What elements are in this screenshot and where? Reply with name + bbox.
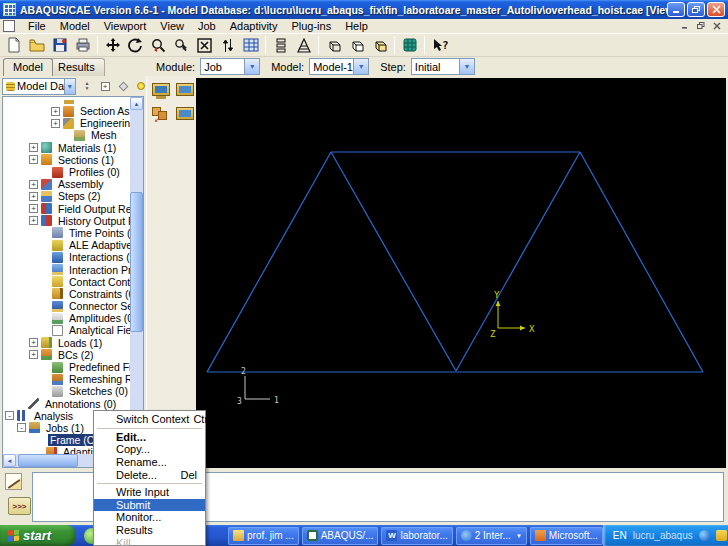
viewport-canvas[interactable]: Y X Z 2 3 1 xyxy=(196,78,726,468)
filter-icon[interactable] xyxy=(116,79,130,93)
child-restore-button[interactable] xyxy=(693,20,708,32)
tree-item[interactable]: Constraints (0) xyxy=(3,288,130,300)
tree-item[interactable]: Annotations (0) xyxy=(3,398,130,410)
cube-mesh-icon[interactable] xyxy=(398,35,421,56)
context-menu-item[interactable]: Kill xyxy=(94,536,205,546)
tree-item[interactable]: + Assembly xyxy=(3,178,130,190)
tree-item[interactable]: Profiles (0) xyxy=(3,166,130,178)
child-close-button[interactable] xyxy=(709,20,724,32)
tree-item[interactable]: + Materials (1) xyxy=(3,142,130,154)
menu-item[interactable]: Viewport xyxy=(97,19,154,33)
messenger-tray-icon[interactable] xyxy=(699,530,710,541)
chevron-down-icon[interactable]: ▼ xyxy=(64,79,75,94)
taskbar-task-button[interactable]: W laborator... xyxy=(381,527,452,545)
tree-item[interactable]: + Sections (1) xyxy=(3,154,130,166)
expander-icon[interactable]: + xyxy=(51,107,60,116)
scroll-left-icon[interactable]: ◄ xyxy=(3,454,16,467)
tree-item[interactable]: + BCs (2) xyxy=(3,349,130,361)
tree-item[interactable]: Remeshing Rules (0) xyxy=(3,373,130,385)
chevron-down-icon[interactable]: ▼ xyxy=(353,59,368,74)
cube-hidden-icon[interactable] xyxy=(345,35,368,56)
expander-icon[interactable]: + xyxy=(29,338,38,347)
tree-item[interactable]: + Field Output Requests xyxy=(3,203,130,215)
expander-icon[interactable]: + xyxy=(29,155,38,164)
expander-icon[interactable]: + xyxy=(29,143,38,152)
scrollbar-thumb[interactable] xyxy=(18,454,78,467)
expander-icon[interactable]: + xyxy=(51,119,60,128)
language-indicator[interactable]: EN xyxy=(613,530,627,541)
expander-icon[interactable]: + xyxy=(29,180,38,189)
expander-icon[interactable]: + xyxy=(29,350,38,359)
print-icon[interactable] xyxy=(71,35,94,56)
spin-arrows-icon[interactable]: ▲▼ xyxy=(80,79,94,93)
model-select[interactable]: Model-1 ▼ xyxy=(309,58,369,75)
menu-item[interactable]: Adaptivity xyxy=(223,19,285,33)
adaptivity-process-manager-icon[interactable] xyxy=(176,107,194,123)
taskbar-task-button[interactable]: 2 Inter... ▼ xyxy=(456,527,527,545)
menu-item[interactable]: Help xyxy=(338,19,375,33)
views-table-icon[interactable] xyxy=(239,35,262,56)
tree-scope-select[interactable]: Model Datab ▼ xyxy=(2,78,76,95)
tree-item[interactable]: Connector Sections (0 xyxy=(3,300,130,312)
restore-button[interactable] xyxy=(687,2,705,17)
tree-item[interactable]: + Section Assignm xyxy=(3,105,130,117)
context-menu-item[interactable]: Copy... xyxy=(94,443,205,456)
step-select[interactable]: Initial ▼ xyxy=(411,58,475,75)
chevron-down-icon[interactable]: ▼ xyxy=(244,59,259,74)
open-file-icon[interactable] xyxy=(25,35,48,56)
context-menu-item[interactable]: Submit xyxy=(94,499,205,512)
cube-shaded-icon[interactable] xyxy=(368,35,391,56)
chevron-down-icon[interactable]: ▼ xyxy=(516,533,522,539)
pan-icon[interactable] xyxy=(101,35,124,56)
tree-item[interactable]: + Loads (1) xyxy=(3,337,130,349)
expander-icon[interactable]: - xyxy=(17,423,26,432)
close-button[interactable] xyxy=(707,2,725,17)
expander-icon[interactable]: + xyxy=(29,192,38,201)
save-icon[interactable] xyxy=(48,35,71,56)
render-filled-icon[interactable] xyxy=(292,35,315,56)
menu-item[interactable]: File xyxy=(21,19,53,33)
context-menu-item[interactable]: Rename... xyxy=(94,456,205,469)
scrollbar-thumb[interactable] xyxy=(130,192,143,332)
tree-item[interactable]: Interaction Properties xyxy=(3,263,130,275)
expand-all-icon[interactable]: + xyxy=(98,79,112,93)
create-adaptivity-process-icon[interactable]: ↙ xyxy=(152,107,170,123)
scroll-up-icon[interactable]: ▲ xyxy=(130,97,143,110)
menu-item[interactable]: Job xyxy=(191,19,223,33)
context-help-icon[interactable]: ? xyxy=(428,35,451,56)
create-job-icon[interactable] xyxy=(152,83,170,99)
taskbar-task-button[interactable]: prof. jim ... xyxy=(228,527,299,545)
tree-vertical-scrollbar[interactable]: ▲ ▼ xyxy=(130,97,143,454)
menu-item[interactable]: Model xyxy=(53,19,97,33)
context-menu-item[interactable]: Results xyxy=(94,524,205,537)
tree-item[interactable]: Predefined Fields (0) xyxy=(3,361,130,373)
message-tab-icon[interactable] xyxy=(5,473,22,490)
new-file-icon[interactable] xyxy=(2,35,25,56)
taskbar-task-button[interactable]: Microsoft... xyxy=(530,527,603,545)
tree-item[interactable]: Amplitudes (0) xyxy=(3,312,130,324)
expander-icon[interactable]: + xyxy=(29,216,38,225)
context-menu-item[interactable]: Edit... xyxy=(94,431,205,444)
context-menu-item[interactable]: Write Input xyxy=(94,486,205,499)
tree-item[interactable]: + Engineering Fea xyxy=(3,117,130,129)
context-menu-item[interactable]: Delete... Del xyxy=(94,468,205,481)
context-menu-item[interactable]: Switch Context Ctrl+Space xyxy=(94,413,205,426)
child-minimize-button[interactable] xyxy=(677,20,692,32)
tree-item[interactable]: Mesh xyxy=(3,129,130,141)
tree-item[interactable]: Contact Controls (0) xyxy=(3,276,130,288)
module-select[interactable]: Job ▼ xyxy=(200,58,260,75)
cycle-views-icon[interactable] xyxy=(216,35,239,56)
rotate-icon[interactable] xyxy=(124,35,147,56)
command-line-button[interactable]: >>> xyxy=(8,497,31,515)
zoom-cursor-icon[interactable] xyxy=(170,35,193,56)
fit-view-icon[interactable] xyxy=(193,35,216,56)
tree-item[interactable]: + History Output Reque xyxy=(3,215,130,227)
job-manager-icon[interactable] xyxy=(176,83,194,99)
tree-item[interactable]: + Steps (2) xyxy=(3,190,130,202)
expander-icon[interactable]: + xyxy=(29,204,38,213)
start-button[interactable]: start xyxy=(0,525,76,546)
expander-icon[interactable]: - xyxy=(5,411,14,420)
chevron-down-icon[interactable]: ▼ xyxy=(459,59,474,74)
taskbar-task-button[interactable]: ABAQUS/... xyxy=(302,527,379,545)
tree-item[interactable]: Interactions (0) xyxy=(3,251,130,263)
